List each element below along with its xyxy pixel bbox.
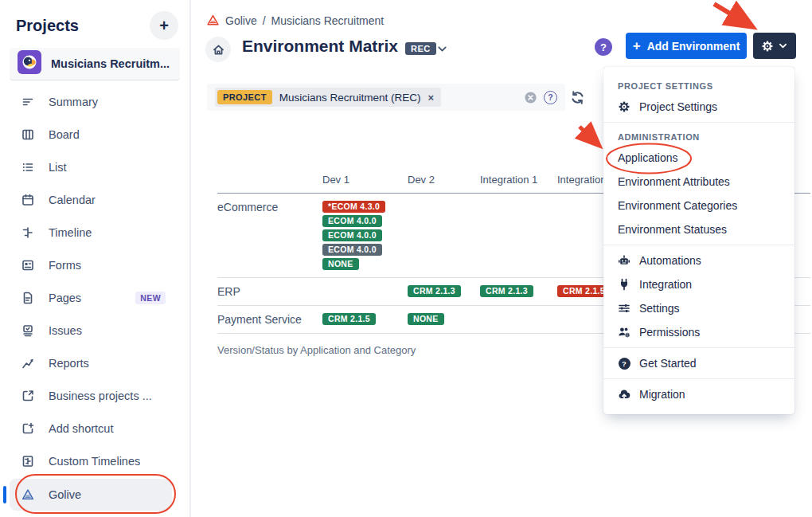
menu-item-label: Migration xyxy=(639,388,685,401)
version-status-badge[interactable]: ECOM 4.0.0 xyxy=(322,229,382,241)
matrix-cell: NONE xyxy=(408,313,480,326)
sidebar-item-golive[interactable]: Golive xyxy=(10,479,172,511)
project-filter-chip[interactable]: PROJECT Musicians Recruitment (REC) × xyxy=(215,88,441,107)
help-button[interactable]: ? xyxy=(595,38,612,56)
sidebar-item-summary[interactable]: Summary xyxy=(0,85,189,118)
version-status-badge[interactable]: NONE xyxy=(408,313,444,325)
sidebar-item-label: Board xyxy=(49,128,80,141)
menu-item-label: Environment Statuses xyxy=(618,223,727,236)
menu-item-settings[interactable]: Settings xyxy=(603,296,794,320)
matrix-cell xyxy=(480,313,557,326)
sidebar-item-forms[interactable]: Forms xyxy=(0,249,189,281)
sidebar-item-label: Calendar xyxy=(49,194,96,206)
menu-section-header: PROJECT SETTINGS xyxy=(603,75,794,95)
sidebar-item-pages[interactable]: PagesNEW xyxy=(0,281,189,314)
matrix-cell: CRM 2.1.3 xyxy=(408,285,480,298)
menu-item-label: Environment Categories xyxy=(618,199,737,212)
chevron-down-icon xyxy=(778,41,788,51)
version-status-badge[interactable]: NONE xyxy=(322,258,359,270)
filter-help-icon[interactable]: ? xyxy=(544,91,557,104)
menu-item-label: Automations xyxy=(639,254,701,267)
breadcrumb-app[interactable]: Golive xyxy=(225,14,257,27)
menu-item-label: Applications xyxy=(618,151,678,164)
remove-filter-icon[interactable]: × xyxy=(428,92,435,104)
menu-item-migration[interactable]: Migration xyxy=(603,382,794,406)
menu-item-label: Permissions xyxy=(639,326,700,339)
board-icon xyxy=(21,127,35,141)
gear-icon xyxy=(761,40,774,53)
menu-group: PROJECT SETTINGSProject Settings xyxy=(603,72,794,122)
menu-item-permissions[interactable]: Permissions xyxy=(603,320,794,344)
menu-group: AutomationsIntegrationSettingsPermission… xyxy=(603,245,794,347)
matrix-corner-cell xyxy=(217,174,322,186)
sidebar-item-calendar[interactable]: Calendar xyxy=(0,183,189,216)
title-chevron-down-icon[interactable] xyxy=(436,43,448,58)
list-icon xyxy=(21,160,35,174)
version-status-badge[interactable]: ECOM 4.0.0 xyxy=(322,244,382,256)
project-key-badge: REC xyxy=(405,42,436,55)
sidebar-item-custom-timelines[interactable]: Custom Timelines xyxy=(0,445,189,477)
sidebar-item-label: Golive xyxy=(49,488,81,501)
version-status-badge[interactable]: CRM 2.1.3 xyxy=(480,285,533,297)
version-status-badge[interactable]: CRM 2.1.5 xyxy=(557,285,611,297)
new-badge: NEW xyxy=(135,292,166,304)
menu-item-environment-statuses[interactable]: Environment Statuses xyxy=(603,217,794,241)
sidebar-item-timeline[interactable]: Timeline xyxy=(0,216,189,249)
home-button[interactable] xyxy=(205,37,231,62)
annotation-arrow-gear xyxy=(714,4,751,26)
sidebar-item-label: Forms xyxy=(49,259,81,272)
add-shortcut-icon xyxy=(21,421,35,435)
summary-icon xyxy=(21,95,35,108)
projects-title: Projects xyxy=(16,17,79,35)
timeline-icon xyxy=(21,225,35,239)
breadcrumb-project[interactable]: Musicians Recruitment xyxy=(271,14,385,27)
version-status-badge[interactable]: CRM 2.1.5 xyxy=(322,313,376,325)
matrix-cell: *ECOM 4.3.0ECOM 4.0.0ECOM 4.0.0ECOM 4.0.… xyxy=(322,201,408,270)
question-glyph: ? xyxy=(619,358,630,370)
sidebar-item-list[interactable]: List xyxy=(0,151,189,183)
sidebar-item-business-projects[interactable]: Business projects ... xyxy=(0,379,189,412)
clear-filters-icon[interactable] xyxy=(524,91,537,104)
sidebar-item-label: Pages xyxy=(49,292,81,304)
refresh-icon[interactable] xyxy=(569,90,585,106)
menu-item-environment-categories[interactable]: Environment Categories xyxy=(603,194,794,217)
sidebar-nav: SummaryBoardListCalendarTimelineFormsPag… xyxy=(0,80,189,511)
matrix-cell: CRM 2.1.5 xyxy=(322,313,408,326)
sidebar-item-label: Add shortcut xyxy=(49,422,113,435)
sidebar-item-reports[interactable]: Reports xyxy=(0,347,189,379)
robot-icon xyxy=(618,254,630,267)
sliders-icon xyxy=(618,302,630,315)
add-project-button[interactable]: + xyxy=(150,11,178,40)
sidebar-item-label: Summary xyxy=(49,96,98,108)
menu-item-integration[interactable]: Integration xyxy=(603,272,794,296)
add-environment-button[interactable]: + Add Environment xyxy=(626,33,747,59)
sidebar-item-issues[interactable]: Issues xyxy=(0,314,189,347)
pages-icon xyxy=(21,291,35,304)
matrix-column-header: Dev 2 xyxy=(408,174,480,186)
menu-item-project-settings[interactable]: Project Settings xyxy=(603,95,794,119)
menu-group: Migration xyxy=(603,378,794,409)
version-status-badge[interactable]: ECOM 4.0.0 xyxy=(322,215,382,227)
project-avatar xyxy=(18,50,41,77)
people-gear-icon xyxy=(618,326,630,339)
version-status-badge[interactable]: *ECOM 4.3.0 xyxy=(322,201,385,213)
menu-item-automations[interactable]: Automations xyxy=(603,249,794,272)
question-circle-icon: ? xyxy=(618,357,630,370)
matrix-cell xyxy=(408,201,480,270)
sidebar-item-label: Timeline xyxy=(49,226,92,239)
menu-item-get-started[interactable]: ?Get Started xyxy=(603,351,794,375)
menu-item-label: Settings xyxy=(639,302,680,315)
menu-item-applications[interactable]: Applications xyxy=(603,146,794,170)
sidebar-item-label: Reports xyxy=(49,357,89,370)
cloud-upload-icon xyxy=(618,388,630,401)
sidebar-item-add-shortcut[interactable]: Add shortcut xyxy=(0,412,189,445)
page-title: Environment Matrix xyxy=(242,37,398,56)
matrix-category-label: ERP xyxy=(217,285,322,298)
menu-group: ?Get Started xyxy=(603,347,794,378)
settings-dropdown-button[interactable] xyxy=(753,33,796,59)
menu-item-environment-attributes[interactable]: Environment Attributes xyxy=(603,170,794,194)
matrix-cell xyxy=(480,201,557,270)
version-status-badge[interactable]: CRM 2.1.3 xyxy=(408,285,461,297)
project-card[interactable]: Musicians Recruitm... xyxy=(10,48,180,80)
sidebar-item-board[interactable]: Board xyxy=(0,118,189,151)
